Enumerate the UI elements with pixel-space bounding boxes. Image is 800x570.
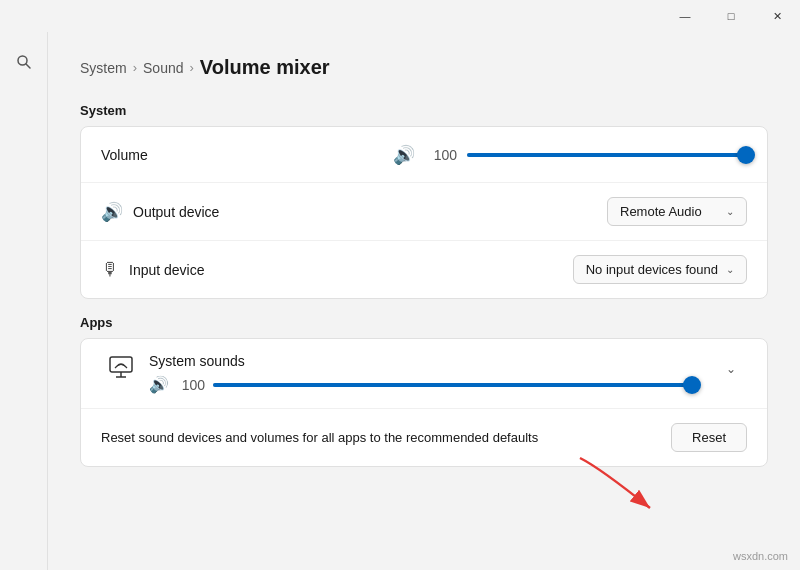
volume-control: 🔊 100	[393, 144, 747, 166]
input-mic-icon: 🎙	[101, 259, 119, 280]
apps-card: System sounds 🔊 100 ⌄ Reset sound device…	[80, 338, 768, 467]
input-chevron-icon: ⌄	[726, 264, 734, 275]
apps-section-label: Apps	[80, 315, 768, 330]
volume-slider-thumb[interactable]	[737, 146, 755, 164]
maximize-button[interactable]: □	[708, 0, 754, 32]
app-volume-slider-fill	[213, 383, 693, 387]
reset-button[interactable]: Reset	[671, 423, 747, 452]
input-device-dropdown[interactable]: No input devices found ⌄	[573, 255, 747, 284]
breadcrumb-sep1: ›	[133, 60, 137, 75]
minimize-button[interactable]: —	[662, 0, 708, 32]
search-icon-button[interactable]	[6, 44, 42, 80]
output-device-label: 🔊 Output device	[101, 201, 607, 223]
volume-speaker-icon: 🔊	[393, 144, 415, 166]
output-device-value: Remote Audio	[620, 204, 702, 219]
system-section-label: System	[80, 103, 768, 118]
input-device-row: 🎙 Input device No input devices found ⌄	[81, 241, 767, 298]
breadcrumb-sep2: ›	[190, 60, 194, 75]
svg-line-1	[26, 64, 30, 68]
expand-button[interactable]: ⌄	[715, 353, 747, 385]
input-device-control: No input devices found ⌄	[573, 255, 747, 284]
breadcrumb-system[interactable]: System	[80, 60, 127, 76]
app-volume-row: 🔊 100	[149, 375, 715, 394]
title-bar: — □ ✕	[662, 0, 800, 32]
volume-slider-track[interactable]	[467, 153, 747, 157]
app-volume-icon: 🔊	[149, 375, 169, 394]
volume-slider-fill	[467, 153, 747, 157]
system-settings-card: Volume 🔊 100 🔊 Output device Remote Audi…	[80, 126, 768, 299]
search-icon	[16, 54, 32, 70]
app-volume-slider-track[interactable]	[213, 383, 693, 387]
output-speaker-icon: 🔊	[101, 201, 123, 223]
breadcrumb: System › Sound › Volume mixer	[80, 56, 768, 79]
output-device-row: 🔊 Output device Remote Audio ⌄	[81, 183, 767, 241]
expand-chevron-icon: ⌄	[726, 362, 736, 376]
reset-description: Reset sound devices and volumes for all …	[101, 430, 671, 445]
monitor-icon	[107, 353, 135, 381]
close-button[interactable]: ✕	[754, 0, 800, 32]
system-sounds-row: System sounds 🔊 100 ⌄	[81, 339, 767, 409]
app-content: System sounds 🔊 100	[149, 353, 715, 394]
input-device-label: 🎙 Input device	[101, 259, 573, 280]
watermark: wsxdn.com	[733, 550, 788, 562]
app-volume-slider-thumb[interactable]	[683, 376, 701, 394]
volume-row: Volume 🔊 100	[81, 127, 767, 183]
reset-row: Reset sound devices and volumes for all …	[81, 409, 767, 466]
input-device-value: No input devices found	[586, 262, 718, 277]
output-device-dropdown[interactable]: Remote Audio ⌄	[607, 197, 747, 226]
volume-value: 100	[429, 147, 457, 163]
app-volume-value: 100	[177, 377, 205, 393]
breadcrumb-sound[interactable]: Sound	[143, 60, 183, 76]
volume-label: Volume	[101, 147, 393, 163]
sidebar-strip	[0, 32, 48, 570]
app-icon-col	[101, 353, 141, 381]
page-title: Volume mixer	[200, 56, 330, 79]
main-content: System › Sound › Volume mixer System Vol…	[48, 32, 800, 570]
system-sounds-name: System sounds	[149, 353, 715, 369]
output-device-control: Remote Audio ⌄	[607, 197, 747, 226]
output-chevron-icon: ⌄	[726, 206, 734, 217]
